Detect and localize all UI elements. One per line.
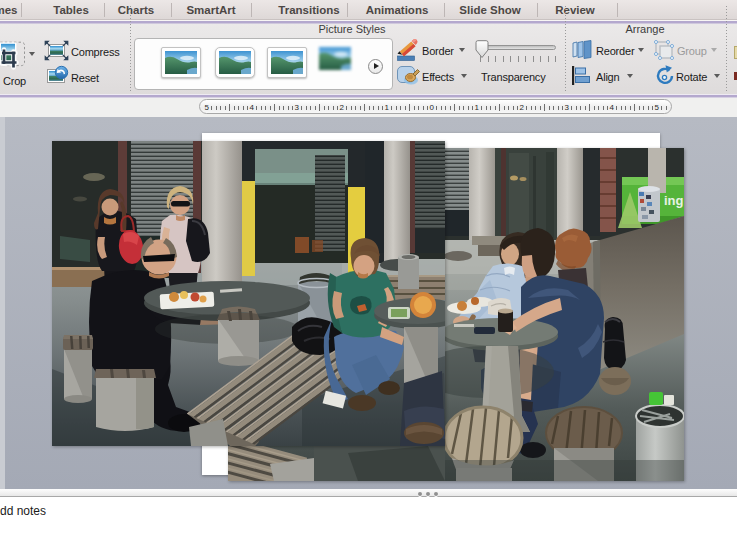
- svg-text:ing: ing: [664, 193, 684, 208]
